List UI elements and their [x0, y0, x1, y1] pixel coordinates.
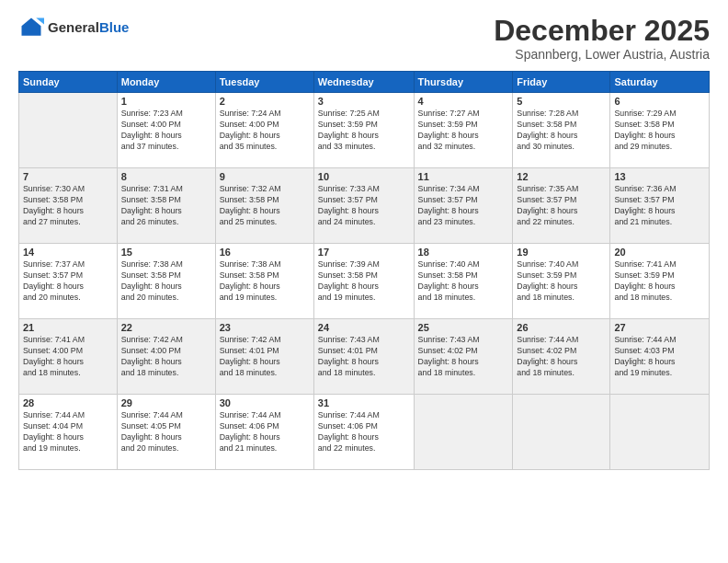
logo-icon [18, 15, 44, 40]
table-row: 15Sunrise: 7:38 AMSunset: 3:58 PMDayligh… [117, 244, 215, 319]
day-number: 7 [23, 171, 113, 182]
day-info: Sunrise: 7:34 AMSunset: 3:57 PMDaylight:… [418, 184, 509, 228]
day-number: 19 [517, 247, 606, 258]
col-saturday: Saturday [610, 72, 710, 93]
table-row [610, 395, 710, 470]
table-row: 10Sunrise: 7:33 AMSunset: 3:57 PMDayligh… [313, 168, 414, 244]
col-tuesday: Tuesday [215, 72, 313, 93]
day-info: Sunrise: 7:35 AMSunset: 3:57 PMDaylight:… [517, 184, 606, 228]
day-number: 18 [418, 247, 509, 258]
table-row: 18Sunrise: 7:40 AMSunset: 3:58 PMDayligh… [414, 244, 513, 319]
week-row: 28Sunrise: 7:44 AMSunset: 4:04 PMDayligh… [19, 395, 710, 470]
day-info: Sunrise: 7:37 AMSunset: 3:57 PMDaylight:… [23, 259, 113, 304]
page: GeneralBlue December 2025 Spannberg, Low… [0, 0, 728, 563]
day-number: 29 [121, 397, 211, 408]
week-row: 14Sunrise: 7:37 AMSunset: 3:57 PMDayligh… [19, 244, 710, 319]
day-info: Sunrise: 7:38 AMSunset: 3:58 PMDaylight:… [220, 259, 310, 304]
table-row: 16Sunrise: 7:38 AMSunset: 3:58 PMDayligh… [215, 244, 313, 319]
day-number: 31 [318, 397, 410, 408]
day-info: Sunrise: 7:24 AMSunset: 4:00 PMDaylight:… [220, 109, 310, 153]
col-monday: Monday [117, 72, 215, 93]
col-thursday: Thursday [414, 72, 513, 93]
day-number: 14 [23, 247, 113, 258]
day-info: Sunrise: 7:42 AMSunset: 4:01 PMDaylight:… [220, 335, 310, 379]
day-number: 30 [220, 397, 310, 408]
day-info: Sunrise: 7:41 AMSunset: 3:59 PMDaylight:… [614, 259, 705, 304]
table-row: 22Sunrise: 7:42 AMSunset: 4:00 PMDayligh… [117, 319, 215, 395]
month-title: December 2025 [494, 15, 710, 47]
table-row: 21Sunrise: 7:41 AMSunset: 4:00 PMDayligh… [19, 319, 118, 395]
table-row: 24Sunrise: 7:43 AMSunset: 4:01 PMDayligh… [313, 319, 414, 395]
calendar-table: Sunday Monday Tuesday Wednesday Thursday… [18, 71, 710, 470]
table-row: 6Sunrise: 7:29 AMSunset: 3:58 PMDaylight… [610, 93, 710, 168]
day-number: 11 [418, 171, 509, 182]
header-row: Sunday Monday Tuesday Wednesday Thursday… [19, 72, 710, 93]
calendar-body: 1Sunrise: 7:23 AMSunset: 4:00 PMDaylight… [19, 93, 710, 470]
day-info: Sunrise: 7:40 AMSunset: 3:58 PMDaylight:… [418, 259, 509, 304]
header: GeneralBlue December 2025 Spannberg, Low… [18, 15, 710, 62]
day-info: Sunrise: 7:38 AMSunset: 3:58 PMDaylight:… [121, 259, 211, 304]
day-number: 26 [517, 322, 606, 333]
day-number: 10 [318, 171, 410, 182]
day-number: 9 [220, 171, 310, 182]
location: Spannberg, Lower Austria, Austria [494, 47, 710, 62]
day-info: Sunrise: 7:25 AMSunset: 3:59 PMDaylight:… [318, 109, 410, 153]
table-row: 28Sunrise: 7:44 AMSunset: 4:04 PMDayligh… [19, 395, 118, 470]
table-row: 11Sunrise: 7:34 AMSunset: 3:57 PMDayligh… [414, 168, 513, 244]
day-info: Sunrise: 7:42 AMSunset: 4:00 PMDaylight:… [121, 335, 211, 379]
day-info: Sunrise: 7:27 AMSunset: 3:59 PMDaylight:… [418, 109, 509, 153]
day-info: Sunrise: 7:44 AMSunset: 4:04 PMDaylight:… [23, 410, 113, 454]
table-row: 23Sunrise: 7:42 AMSunset: 4:01 PMDayligh… [215, 319, 313, 395]
day-number: 12 [517, 171, 606, 182]
day-number: 2 [220, 96, 310, 107]
table-row: 14Sunrise: 7:37 AMSunset: 3:57 PMDayligh… [19, 244, 118, 319]
day-number: 20 [614, 247, 705, 258]
day-number: 24 [318, 322, 410, 333]
day-number: 13 [614, 171, 705, 182]
table-row: 19Sunrise: 7:40 AMSunset: 3:59 PMDayligh… [513, 244, 610, 319]
table-row: 25Sunrise: 7:43 AMSunset: 4:02 PMDayligh… [414, 319, 513, 395]
col-sunday: Sunday [19, 72, 118, 93]
day-info: Sunrise: 7:32 AMSunset: 3:58 PMDaylight:… [220, 184, 310, 228]
table-row: 2Sunrise: 7:24 AMSunset: 4:00 PMDaylight… [215, 93, 313, 168]
day-info: Sunrise: 7:44 AMSunset: 4:06 PMDaylight:… [318, 410, 410, 454]
day-number: 22 [121, 322, 211, 333]
svg-marker-0 [22, 18, 41, 36]
table-row [19, 93, 118, 168]
table-row: 1Sunrise: 7:23 AMSunset: 4:00 PMDaylight… [117, 93, 215, 168]
table-row: 5Sunrise: 7:28 AMSunset: 3:58 PMDaylight… [513, 93, 610, 168]
week-row: 1Sunrise: 7:23 AMSunset: 4:00 PMDaylight… [19, 93, 710, 168]
logo-text: GeneralBlue [48, 19, 129, 35]
logo: GeneralBlue [18, 15, 129, 40]
table-row: 17Sunrise: 7:39 AMSunset: 3:58 PMDayligh… [313, 244, 414, 319]
table-row: 7Sunrise: 7:30 AMSunset: 3:58 PMDaylight… [19, 168, 118, 244]
day-info: Sunrise: 7:39 AMSunset: 3:58 PMDaylight:… [318, 259, 410, 304]
day-number: 6 [614, 96, 705, 107]
day-number: 5 [517, 96, 606, 107]
day-number: 21 [23, 322, 113, 333]
day-info: Sunrise: 7:36 AMSunset: 3:57 PMDaylight:… [614, 184, 705, 228]
day-info: Sunrise: 7:31 AMSunset: 3:58 PMDaylight:… [121, 184, 211, 228]
day-info: Sunrise: 7:44 AMSunset: 4:05 PMDaylight:… [121, 410, 211, 454]
table-row: 13Sunrise: 7:36 AMSunset: 3:57 PMDayligh… [610, 168, 710, 244]
table-row: 26Sunrise: 7:44 AMSunset: 4:02 PMDayligh… [513, 319, 610, 395]
table-row [513, 395, 610, 470]
day-number: 23 [220, 322, 310, 333]
day-info: Sunrise: 7:29 AMSunset: 3:58 PMDaylight:… [614, 109, 705, 153]
week-row: 7Sunrise: 7:30 AMSunset: 3:58 PMDaylight… [19, 168, 710, 244]
table-row: 12Sunrise: 7:35 AMSunset: 3:57 PMDayligh… [513, 168, 610, 244]
col-friday: Friday [513, 72, 610, 93]
table-row: 3Sunrise: 7:25 AMSunset: 3:59 PMDaylight… [313, 93, 414, 168]
day-info: Sunrise: 7:33 AMSunset: 3:57 PMDaylight:… [318, 184, 410, 228]
day-number: 27 [614, 322, 705, 333]
day-number: 3 [318, 96, 410, 107]
day-info: Sunrise: 7:28 AMSunset: 3:58 PMDaylight:… [517, 109, 606, 153]
day-number: 8 [121, 171, 211, 182]
day-info: Sunrise: 7:23 AMSunset: 4:00 PMDaylight:… [121, 109, 211, 153]
day-number: 25 [418, 322, 509, 333]
title-section: December 2025 Spannberg, Lower Austria, … [494, 15, 710, 62]
day-info: Sunrise: 7:44 AMSunset: 4:02 PMDaylight:… [517, 335, 606, 379]
table-row: 31Sunrise: 7:44 AMSunset: 4:06 PMDayligh… [313, 395, 414, 470]
day-number: 16 [220, 247, 310, 258]
table-row: 8Sunrise: 7:31 AMSunset: 3:58 PMDaylight… [117, 168, 215, 244]
